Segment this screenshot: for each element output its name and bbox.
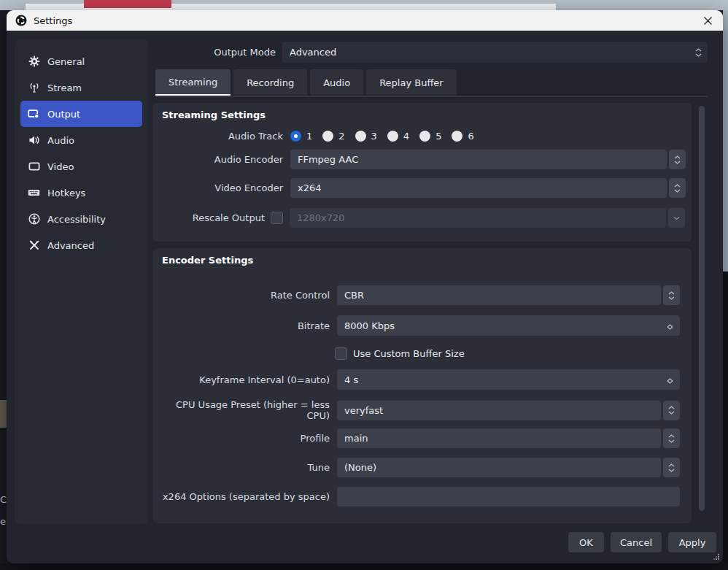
bitrate-label: Bitrate	[153, 320, 337, 331]
use-custom-buffer-checkbox[interactable]	[335, 347, 347, 360]
combo-value-field[interactable]: (None)	[337, 458, 661, 477]
spinbox-value: 4 s	[344, 374, 358, 385]
chevron-up-down-icon[interactable]	[663, 428, 680, 448]
vertical-scrollbar[interactable]	[697, 103, 706, 523]
speaker-icon	[28, 134, 40, 147]
combo-value: FFmpeg AAC	[298, 154, 358, 165]
cpu-preset-select[interactable]: veryfast	[337, 401, 680, 420]
combo-value: (None)	[344, 462, 376, 473]
sidebar-item-label: Video	[47, 161, 74, 172]
resize-grip[interactable]	[713, 553, 720, 561]
scrollbar-thumb[interactable]	[699, 106, 705, 511]
audio-encoder-row: Audio Encoder FFmpeg AAC	[153, 150, 692, 169]
audio-track-option-2[interactable]: 2	[322, 131, 344, 142]
tab-replay-buffer[interactable]: Replay Buffer	[366, 69, 457, 96]
sidebar-item-label: Stream	[47, 82, 82, 93]
sidebar-item-label: Hotkeys	[47, 188, 85, 199]
chevron-up-down-icon[interactable]	[669, 150, 686, 169]
radio-icon	[387, 131, 398, 142]
settings-sidebar: General Stream Output	[15, 39, 148, 524]
sidebar-item-general[interactable]: General	[20, 48, 142, 74]
cancel-button[interactable]: Cancel	[611, 532, 662, 552]
output-icon	[28, 108, 40, 120]
bitrate-spinbox[interactable]: 8000 Kbps	[337, 315, 680, 336]
tab-streaming[interactable]: Streaming	[155, 69, 231, 96]
sidebar-item-video[interactable]: Video	[20, 153, 142, 180]
tab-recording[interactable]: Recording	[233, 69, 307, 96]
chevron-up-down-icon	[695, 42, 702, 63]
output-mode-label: Output Mode	[155, 47, 282, 58]
rate-control-select[interactable]: CBR	[337, 285, 680, 305]
sidebar-item-audio[interactable]: Audio	[20, 127, 142, 153]
spinbox-value: 8000 Kbps	[344, 320, 395, 331]
apply-button[interactable]: Apply	[668, 532, 716, 552]
rescale-output-label: Rescale Output	[153, 212, 271, 223]
audio-encoder-select[interactable]: FFmpeg AAC	[290, 150, 686, 169]
output-mode-value: Advanced	[290, 47, 336, 58]
audio-track-option-1[interactable]: 1	[290, 131, 312, 142]
output-mode-select[interactable]: Advanced	[282, 42, 708, 63]
streaming-settings-group: Streaming Settings Audio Track 1 2 3 4 5…	[153, 103, 692, 242]
chevron-up-down-icon[interactable]	[663, 458, 680, 477]
rescale-output-checkbox[interactable]	[271, 212, 283, 224]
sidebar-item-output[interactable]: Output	[20, 101, 142, 127]
video-encoder-select[interactable]: x264	[290, 178, 686, 198]
combo-value-field: 1280x720	[290, 208, 666, 228]
desktop-left-strip: Ca er	[0, 10, 7, 563]
tools-icon	[28, 239, 40, 252]
combo-value-field[interactable]: main	[337, 428, 661, 448]
keyboard-icon	[28, 187, 40, 199]
sidebar-item-accessibility[interactable]: Accessibility	[20, 206, 142, 232]
broadcast-icon	[28, 82, 40, 94]
close-button[interactable]	[697, 10, 719, 31]
spin-down-icon[interactable]	[667, 375, 673, 386]
desktop-bottom-strip	[0, 563, 728, 570]
tune-row: Tune (None)	[153, 458, 692, 477]
keyframe-interval-spinbox[interactable]: 4 s	[337, 369, 680, 390]
radio-label: 5	[435, 131, 441, 142]
audio-track-option-3[interactable]: 3	[355, 131, 377, 142]
audio-track-option-6[interactable]: 6	[452, 131, 473, 142]
rescale-output-row: Rescale Output 1280x720	[153, 208, 692, 228]
video-encoder-label: Video Encoder	[153, 182, 290, 193]
cpu-preset-row: CPU Usage Preset (higher = less CPU) ver…	[153, 399, 692, 421]
background-text-fragment: er	[0, 516, 7, 527]
combo-value-field[interactable]: x264	[290, 178, 667, 198]
ok-button[interactable]: OK	[568, 532, 604, 552]
tab-label: Replay Buffer	[379, 77, 444, 88]
combo-value: CBR	[344, 290, 364, 301]
titlebar[interactable]: Settings	[7, 10, 723, 31]
chevron-up-down-icon[interactable]	[663, 285, 680, 305]
tab-label: Streaming	[169, 77, 217, 88]
tab-audio[interactable]: Audio	[310, 69, 363, 96]
spin-down-icon[interactable]	[667, 321, 673, 332]
radio-icon	[355, 131, 366, 142]
combo-value-field[interactable]: FFmpeg AAC	[290, 150, 667, 169]
x264-options-label: x264 Options (separated by space)	[153, 491, 337, 502]
rate-control-row: Rate Control CBR	[153, 285, 692, 305]
combo-value: veryfast	[344, 405, 383, 416]
profile-select[interactable]: main	[337, 428, 680, 448]
chevron-up-down-icon[interactable]	[669, 178, 686, 198]
video-encoder-row: Video Encoder x264	[153, 178, 692, 198]
x264-options-input[interactable]	[337, 487, 680, 507]
audio-track-option-5[interactable]: 5	[419, 131, 441, 142]
combo-value: 1280x720	[297, 212, 345, 223]
custom-buffer-row: Use Custom Buffer Size	[153, 347, 692, 360]
audio-track-option-4[interactable]: 4	[387, 131, 409, 142]
rescale-resolution-select: 1280x720	[290, 208, 685, 228]
sidebar-item-hotkeys[interactable]: Hotkeys	[20, 180, 142, 206]
radio-label: 3	[371, 131, 377, 142]
chevron-down-icon	[668, 208, 685, 228]
radio-icon	[322, 131, 333, 142]
combo-value-field[interactable]: CBR	[337, 285, 661, 305]
radio-label: 4	[403, 131, 409, 142]
chevron-up-down-icon[interactable]	[663, 401, 680, 420]
tune-select[interactable]: (None)	[337, 458, 680, 477]
combo-value: x264	[298, 182, 322, 193]
sidebar-item-label: Output	[47, 109, 80, 120]
sidebar-item-label: Accessibility	[47, 214, 106, 225]
sidebar-item-advanced[interactable]: Advanced	[20, 232, 142, 258]
combo-value-field[interactable]: veryfast	[337, 401, 661, 420]
sidebar-item-stream[interactable]: Stream	[20, 74, 142, 101]
